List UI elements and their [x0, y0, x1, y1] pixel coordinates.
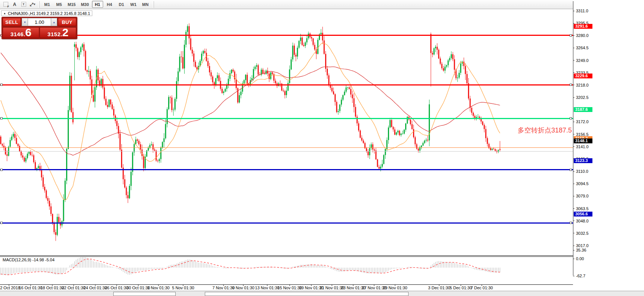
- timeframe-button-h1[interactable]: H1: [92, 1, 103, 8]
- resistance-line-1[interactable]: [0, 35, 573, 36]
- insert-text-icon[interactable]: A: [10, 1, 19, 8]
- resistance-line-2[interactable]: [0, 84, 573, 85]
- candle: [347, 87, 348, 90]
- ask-price-button[interactable]: 3152.2: [40, 27, 76, 38]
- current-price-label: 3148.1: [574, 138, 592, 143]
- candle: [393, 126, 394, 132]
- price-axis-tick: 3079.0: [573, 194, 589, 198]
- draw-arrows-icon[interactable]: ⤢▾: [28, 1, 37, 8]
- support-line-2-handle[interactable]: [570, 222, 572, 224]
- support-line-2-handle[interactable]: [0, 222, 3, 224]
- bottom-panel-tab[interactable]: [205, 292, 409, 296]
- price-axis-tick: 3218.0: [573, 83, 589, 87]
- candle: [317, 38, 318, 54]
- candle: [261, 68, 262, 76]
- candle: [11, 134, 12, 141]
- candle: [430, 32, 431, 87]
- timeframe-button-d1[interactable]: D1: [116, 1, 127, 8]
- candle: [357, 115, 358, 126]
- support-line-1-handle[interactable]: [0, 169, 3, 171]
- candle: [342, 94, 343, 101]
- candle: [487, 137, 488, 147]
- candle: [314, 43, 315, 51]
- candle: [25, 156, 27, 163]
- candle: [41, 166, 42, 181]
- resistance-line-1-handle[interactable]: [570, 34, 572, 37]
- pivot-line-handle[interactable]: [570, 117, 572, 119]
- timeframe-button-m5[interactable]: M5: [53, 1, 65, 8]
- candle: [256, 63, 257, 69]
- timeframe-button-h4[interactable]: H4: [104, 1, 115, 8]
- candle: [397, 130, 398, 134]
- candle: [112, 102, 113, 110]
- candle: [286, 87, 287, 98]
- collapse-ohlc-icon[interactable]: ▲: [3, 12, 6, 15]
- candle: [49, 198, 50, 210]
- candle: [477, 114, 478, 118]
- support-line-1-handle[interactable]: [570, 169, 572, 171]
- price-axis-tick: 3017.0: [573, 243, 589, 248]
- candle: [344, 90, 345, 96]
- candle: [492, 148, 493, 151]
- candle: [418, 147, 419, 153]
- candle: [132, 151, 133, 175]
- resistance-line-2-handle[interactable]: [570, 84, 572, 86]
- timeframe-button-m1[interactable]: M1: [41, 1, 53, 8]
- price-axis[interactable]: 3311.03295.53280.03264.53249.03233.53218…: [573, 0, 644, 287]
- bid-price-line: [0, 151, 573, 152]
- price-axis-tick: 3172.0: [573, 119, 589, 124]
- candle: [236, 74, 237, 91]
- macd-pane-border[interactable]: [0, 256, 644, 257]
- timeframe-button-m15[interactable]: M15: [65, 1, 78, 8]
- support-line-1[interactable]: [0, 169, 573, 170]
- candle: [335, 93, 336, 106]
- candle: [38, 164, 39, 169]
- macd-pane-border[interactable]: [0, 255, 644, 256]
- chart-base-f-icon[interactable]: F: [1, 1, 10, 8]
- price-axis-tick: 3202.5: [573, 95, 589, 100]
- timeframe-button-m30[interactable]: M30: [78, 1, 91, 8]
- candle: [74, 42, 75, 81]
- buy-button[interactable]: BUY: [58, 18, 76, 26]
- volume-input[interactable]: [28, 18, 51, 26]
- candle: [159, 158, 160, 163]
- candle: [354, 93, 355, 112]
- candle: [490, 146, 491, 150]
- resistance-line-2-handle[interactable]: [0, 84, 3, 86]
- candle: [405, 123, 406, 132]
- orange-level-line[interactable]: [0, 147, 573, 148]
- candle: [404, 129, 405, 134]
- candle: [170, 96, 171, 104]
- candle: [473, 112, 474, 118]
- text-label-icon[interactable]: T: [19, 1, 28, 8]
- time-axis-label: 5 Nov 01:30: [166, 286, 200, 290]
- bottom-panel-tab[interactable]: [113, 292, 176, 296]
- volume-increase-button[interactable]: ▲: [51, 18, 57, 26]
- bid-price-pip: 6: [25, 28, 31, 37]
- candle: [145, 154, 146, 171]
- volume-decrease-button[interactable]: ▼: [22, 18, 28, 26]
- candle: [175, 97, 176, 111]
- chart-annotation-text[interactable]: 多空转折点3187.5: [518, 126, 572, 135]
- candle: [380, 164, 381, 171]
- candle: [460, 61, 461, 75]
- candle: [79, 51, 80, 60]
- candle: [68, 106, 69, 150]
- candle: [171, 95, 172, 112]
- pivot-line-handle[interactable]: [0, 117, 3, 119]
- candle: [399, 130, 400, 136]
- candle: [275, 78, 276, 84]
- timeframe-button-w1[interactable]: W1: [128, 1, 139, 8]
- candle: [319, 33, 320, 40]
- bid-price-button[interactable]: 3146.6: [3, 27, 39, 38]
- candle: [80, 46, 81, 54]
- candle: [389, 118, 391, 128]
- candle: [259, 72, 261, 75]
- support-line-2[interactable]: [0, 222, 573, 224]
- pivot-line[interactable]: [0, 118, 573, 119]
- timeframe-button-mn[interactable]: MN: [140, 1, 151, 8]
- candle: [385, 148, 386, 159]
- sell-button[interactable]: SELL: [3, 18, 21, 26]
- candle: [474, 114, 475, 120]
- candle: [350, 85, 351, 97]
